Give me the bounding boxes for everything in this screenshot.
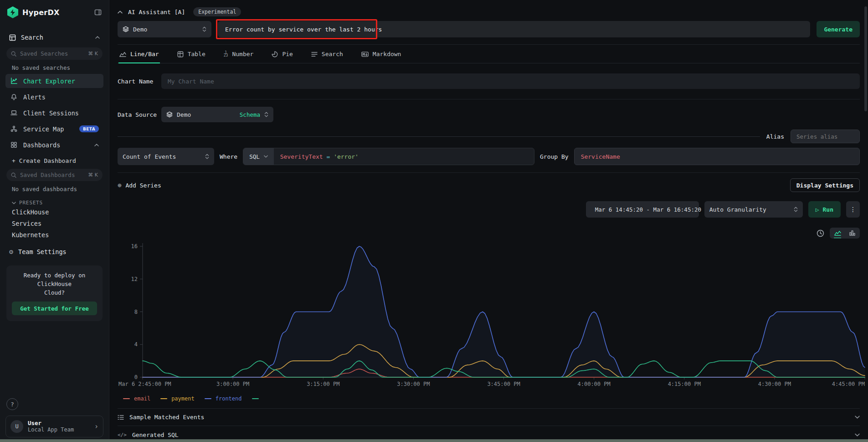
preset-services[interactable]: Services <box>12 218 103 229</box>
svg-text:3:45:00 PM: 3:45:00 PM <box>487 381 520 387</box>
tab-pie[interactable]: Pie <box>271 51 293 63</box>
select-chevrons-icon <box>205 153 209 160</box>
svg-text:3:30:00 PM: 3:30:00 PM <box>397 381 430 387</box>
saved-searches-placeholder: Saved Searches <box>20 50 68 57</box>
clock-icon[interactable] <box>817 229 824 237</box>
svg-text:Mar 6 2:45:00 PM: Mar 6 2:45:00 PM <box>118 381 171 387</box>
get-started-button[interactable]: Get Started for Free <box>12 302 97 315</box>
chevron-down-icon[interactable] <box>855 433 860 437</box>
sample-matched-events-section[interactable]: Sample Matched Events <box>118 409 860 426</box>
add-series-button[interactable]: ⊕ Add Series <box>118 182 161 189</box>
svg-text:4:15:00 PM: 4:15:00 PM <box>668 381 701 387</box>
experimental-badge: Experimental <box>193 7 241 16</box>
sidebar: HyperDX Search Saved Searches ⌘ K No sav… <box>0 0 109 442</box>
chart-type-tabs: Line/Bar Table 123 Number Pie Search Mar… <box>118 45 860 63</box>
legend-item[interactable]: email <box>123 395 150 402</box>
granularity-select[interactable]: Auto Granularity <box>704 201 803 218</box>
tab-number[interactable]: 123 Number <box>223 51 255 63</box>
chevron-up-icon[interactable] <box>94 144 99 146</box>
presets-header[interactable]: PRESETS <box>12 200 103 206</box>
vertical-scrollbar[interactable] <box>864 6 867 111</box>
sidebar-item-chart-explorer[interactable]: Chart Explorer <box>5 74 103 88</box>
svg-text:0: 0 <box>134 374 138 380</box>
user-team: Local App Team <box>28 426 74 433</box>
group-by-value: ServiceName <box>581 153 620 160</box>
aggregation-value: Count of Events <box>123 153 176 160</box>
bottom-scrollbar[interactable] <box>0 439 868 442</box>
display-settings-button[interactable]: Display Settings <box>790 178 860 192</box>
select-chevrons-icon <box>794 206 798 213</box>
tab-label: Markdown <box>373 51 401 57</box>
where-label: Where <box>220 153 237 160</box>
sidebar-section-search[interactable]: Search <box>5 31 103 44</box>
language-select[interactable]: SQL <box>243 148 274 165</box>
tab-line-bar[interactable]: Line/Bar <box>118 51 160 63</box>
line-view-toggle[interactable] <box>832 229 843 237</box>
svg-text:16: 16 <box>131 243 138 250</box>
shortcut-badge: ⌘ K <box>88 51 98 57</box>
beta-badge: BETA <box>79 125 99 132</box>
legend-item[interactable]: frontend <box>205 395 242 402</box>
svg-text:4: 4 <box>134 341 138 348</box>
generate-button[interactable]: Generate <box>817 21 860 37</box>
saved-dashboards-input[interactable]: Saved Dashboards ⌘ K <box>6 169 103 181</box>
data-source-select[interactable]: Demo Schema <box>161 107 273 122</box>
collapse-assistant-icon[interactable] <box>118 10 123 14</box>
chevron-up-icon[interactable] <box>95 36 100 39</box>
preset-kubernetes[interactable]: Kubernetes <box>12 229 103 241</box>
sidebar-item-label: Dashboards <box>23 141 60 149</box>
sidebar-item-label: Alerts <box>23 94 46 101</box>
create-dashboard-button[interactable]: + Create Dashboard <box>12 157 103 164</box>
table-icon <box>177 51 184 57</box>
app-title: HyperDX <box>22 8 60 17</box>
sidebar-item-client-sessions[interactable]: Client Sessions <box>5 106 103 120</box>
time-range-input[interactable]: Mar 6 14:45:20 - Mar 6 16:45:20 <box>586 201 699 218</box>
tab-label: Pie <box>282 51 293 57</box>
team-settings-label: Team Settings <box>18 248 67 255</box>
sidebar-item-team-settings[interactable]: ⚙ Team Settings <box>5 245 103 258</box>
preset-clickhouse[interactable]: ClickHouse <box>12 207 103 218</box>
aggregation-select[interactable]: Count of Events <box>118 148 214 165</box>
legend-item[interactable] <box>252 398 259 400</box>
series-alias-input[interactable] <box>791 130 860 143</box>
legend-item[interactable]: payment <box>160 395 195 402</box>
chevron-down-icon[interactable] <box>855 416 860 419</box>
ai-prompt-input[interactable] <box>218 21 810 37</box>
sidebar-item-alerts[interactable]: Alerts <box>5 90 103 104</box>
where-editor[interactable]: SQL SeverityText = 'error' <box>243 148 534 165</box>
search-icon <box>11 51 16 57</box>
schema-link[interactable]: Schema <box>240 111 260 118</box>
user-menu[interactable]: U User Local App Team › <box>5 416 103 437</box>
saved-searches-input[interactable]: Saved Searches ⌘ K <box>6 47 103 60</box>
where-value: 'error' <box>334 153 359 160</box>
legend-label: payment <box>171 395 195 402</box>
sidebar-item-service-map[interactable]: Service Map BETA <box>5 122 103 136</box>
avatar: U <box>10 420 23 433</box>
more-options-button[interactable]: ⋮ <box>846 201 860 218</box>
where-field: SeverityText <box>280 153 323 160</box>
tab-table[interactable]: Table <box>176 51 206 63</box>
tab-markdown[interactable]: Markdown <box>360 51 402 63</box>
chart-name-input[interactable] <box>161 73 860 89</box>
legend-label: email <box>134 395 150 402</box>
run-button[interactable]: ▷ Run <box>808 201 841 218</box>
group-by-input[interactable]: ServiceName <box>574 148 860 165</box>
section-label: Generated SQL <box>132 432 179 438</box>
granularity-value: Auto Granularity <box>709 206 766 213</box>
chart-area[interactable]: 0481216Mar 6 2:45:00 PM3:00:00 PM3:15:00… <box>118 240 860 394</box>
svg-text:4:00:00 PM: 4:00:00 PM <box>578 381 611 387</box>
line-chart: 0481216Mar 6 2:45:00 PM3:00:00 PM3:15:00… <box>118 240 867 394</box>
ai-source-select[interactable]: Demo <box>118 21 211 37</box>
tab-label: Line/Bar <box>130 51 159 57</box>
dashboards-icon <box>10 141 18 148</box>
main-content: AI Assistant [A] Experimental Demo Gener… <box>109 0 868 442</box>
tab-search[interactable]: Search <box>310 51 344 63</box>
clickhouse-cloud-promo: Ready to deploy on ClickHouse Cloud? Get… <box>6 265 103 321</box>
bar-view-toggle[interactable] <box>847 229 858 237</box>
no-saved-dashboards-text: No saved dashboards <box>12 186 103 192</box>
collapse-sidebar-icon[interactable] <box>94 9 102 16</box>
where-expression[interactable]: SeverityText = 'error' <box>274 153 365 160</box>
sidebar-item-dashboards[interactable]: Dashboards <box>5 138 103 152</box>
promo-line1: Ready to deploy on ClickHouse <box>12 271 97 288</box>
help-button[interactable]: ? <box>6 398 18 410</box>
